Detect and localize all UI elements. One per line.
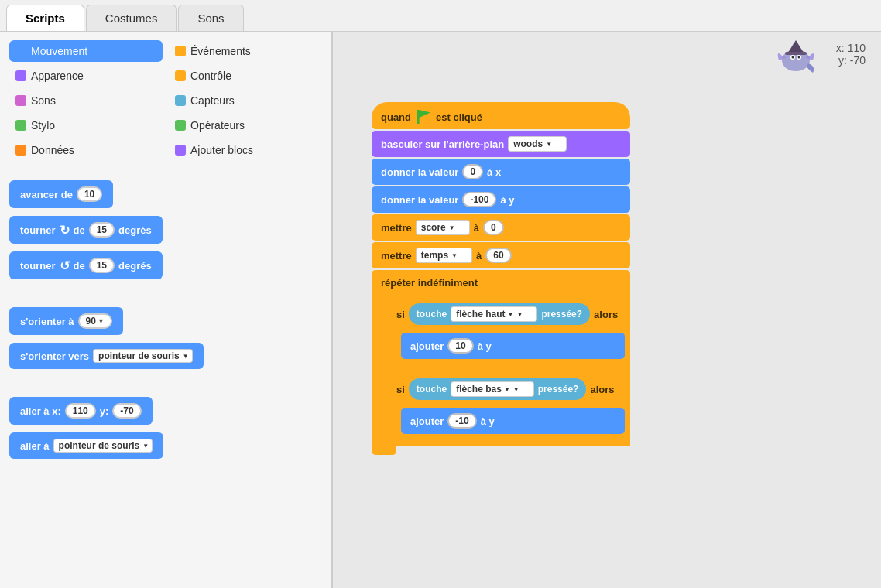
cat-dot-sons [15,95,26,106]
script-canvas: quand est cliqué basculer sur l'arrière-… [372,102,630,455]
cat-dot-operateurs [175,120,186,131]
cat-dot-ajouter [175,145,186,156]
block-if-down: si touche flèche bas▼ pressée? alors ajo… [387,373,627,443]
if-up-bottom [387,361,409,368]
repeat-body: si touche flèche haut▼ pressée? alors [372,295,630,446]
cat-dot-stylo [15,120,26,131]
block-aller-xy[interactable]: aller à x: 110 y: -70 [9,397,153,425]
flag-icon [417,110,430,124]
block-add-y-pos[interactable]: ajouter 10 à y [401,333,625,359]
sprite-icon [773,39,819,77]
block-orienter[interactable]: s'orienter à 90▼ [9,307,123,335]
cat-mouvement[interactable]: Mouvement [9,40,163,62]
block-orienter-vers[interactable]: s'orienter vers pointeur de souris [9,343,204,369]
cat-sons[interactable]: Sons [9,90,163,111]
block-if-up: si touche flèche haut▼ pressée? alors [387,298,627,370]
cat-dot-apparence [15,70,26,81]
cat-dot-capteurs [175,95,186,106]
block-set-x[interactable]: donner la valeur 0 à x [372,159,630,185]
main-area: Mouvement Événements Apparence Contrôle … [0,32,881,588]
block-repeat-forever: répéter indéfiniment si touche flèche ha… [372,270,630,455]
block-add-y-neg[interactable]: ajouter -10 à y [401,408,625,434]
block-tourner-ccw[interactable]: tourner ↺ de 15 degrés [9,251,163,279]
cat-dot-donnees [15,145,26,156]
cat-apparence[interactable]: Apparence [9,65,163,87]
sprite-x: x: 110 [836,42,866,54]
left-panel: Mouvement Événements Apparence Contrôle … [0,32,333,588]
if-up-body: ajouter 10 à y [387,330,627,361]
block-set-temps[interactable]: mettre temps à 60 [372,242,630,268]
block-avancer[interactable]: avancer de 10 [9,180,113,208]
block-aller-vers[interactable]: aller à pointeur de souris [9,432,163,459]
sprite-coordinates: x: 110 y: -70 [836,42,866,67]
cat-evenements[interactable]: Événements [169,40,322,62]
cat-dot-evenements [175,46,186,56]
tab-sons[interactable]: Sons [178,5,243,31]
cat-capteurs[interactable]: Capteurs [169,90,322,111]
svg-rect-7 [785,52,807,55]
cat-operateurs[interactable]: Opérateurs [169,115,322,136]
wizard-svg [773,39,819,77]
block-when-flag[interactable]: quand est cliqué [372,102,630,129]
repeat-bottom [372,446,396,455]
if-down-bottom [387,436,409,443]
tab-costumes[interactable]: Costumes [86,5,177,31]
block-tourner-cw[interactable]: tourner ↻ de 15 degrés [9,216,163,244]
cat-dot-controle [175,70,186,81]
block-set-score[interactable]: mettre score à 0 [372,214,630,241]
cat-controle[interactable]: Contrôle [169,65,322,87]
sprite-y: y: -70 [836,54,866,67]
tab-bar: Scripts Costumes Sons [0,0,881,32]
cat-ajouter-blocs[interactable]: Ajouter blocs [169,139,322,161]
category-grid: Mouvement Événements Apparence Contrôle … [0,32,331,169]
svg-point-5 [798,56,800,59]
script-area: x: 110 y: -70 quand est cliqué basculer … [333,32,881,588]
svg-marker-6 [788,40,804,53]
svg-point-4 [792,56,794,59]
block-basculer[interactable]: basculer sur l'arrière-plan woods [372,131,630,157]
cat-dot-mouvement [15,46,26,56]
blocks-area: avancer de 10 tourner ↻ de 15 degrés tou… [0,169,331,588]
if-down-body: ajouter -10 à y [387,405,627,436]
tab-scripts[interactable]: Scripts [6,5,84,31]
cat-stylo[interactable]: Stylo [9,115,163,136]
cat-donnees[interactable]: Données [9,139,163,161]
block-set-y[interactable]: donner la valeur -100 à y [372,186,630,213]
